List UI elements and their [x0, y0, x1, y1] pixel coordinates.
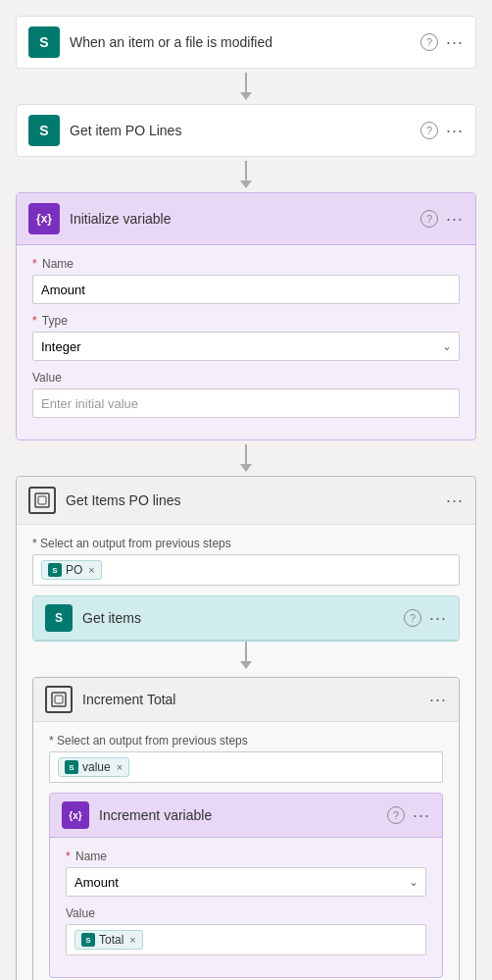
svg-rect-2 — [52, 693, 66, 706]
inner-group-tag-input[interactable]: S value × — [49, 751, 443, 783]
arrow-line-1 — [245, 73, 247, 92]
arrow-1 — [240, 69, 252, 104]
group1-icon — [28, 487, 56, 514]
name-row: * Name — [32, 257, 460, 304]
group1-tag-icon: S — [48, 563, 62, 577]
value-label: Value — [32, 371, 460, 385]
group1-body: * Select an output from previous steps S… — [17, 525, 475, 980]
svg-rect-3 — [55, 696, 63, 703]
inner-step-get-items: S Get items ? ··· — [32, 595, 460, 642]
value-row: Value Enter initial value — [32, 371, 460, 418]
inner-group-select-label: * Select an output from previous steps — [49, 734, 443, 748]
group1-header: Get Items PO lines ··· — [17, 477, 475, 525]
step2-icon: S — [28, 115, 60, 146]
step-initialize-variable: {x} Initialize variable ? ··· * Name * — [16, 192, 476, 440]
inner-name-label: * Name — [66, 850, 426, 863]
inner-group-value-tag: S value × — [58, 757, 129, 777]
group1-po-tag: S PO × — [41, 560, 102, 580]
inner-value-tag-icon: S — [81, 933, 95, 947]
inner-value-row: Value S Total × — [66, 906, 426, 955]
inner-step-help-icon[interactable]: ? — [404, 609, 421, 627]
inner-group-more-icon[interactable]: ··· — [429, 690, 447, 710]
inner-purple-more-icon[interactable]: ··· — [413, 805, 430, 826]
step2-help-icon[interactable]: ? — [420, 122, 438, 139]
inner-name-select-wrapper: Amount ⌄ — [66, 867, 426, 897]
inner-value-tag-input[interactable]: S Total × — [66, 924, 426, 955]
step2-title: Get item PO Lines — [70, 123, 411, 138]
inner-purple-form: * Name Amount ⌄ — [50, 838, 442, 977]
inner-value-label: Value — [66, 906, 426, 920]
inner-step-increment-var: {x} Increment variable ? ··· — [49, 793, 443, 978]
inner-step-header: S Get items ? ··· — [33, 596, 459, 641]
arrow-2 — [240, 157, 252, 192]
arrow-line-2 — [245, 161, 247, 181]
step1-help-icon[interactable]: ? — [420, 33, 438, 51]
arrow-inner-line-1 — [245, 642, 247, 661]
group1-select-row: * Select an output from previous steps S… — [32, 537, 460, 586]
inner-value-tag-close-icon[interactable]: × — [129, 934, 135, 946]
inner-purple-header: {x} Increment variable ? ··· — [50, 794, 442, 838]
type-label: * Type — [32, 314, 460, 328]
step3-icon: {x} — [28, 203, 60, 234]
step-get-item-po: S Get item PO Lines ? ··· — [16, 104, 476, 157]
type-select[interactable]: Integer — [32, 332, 460, 361]
arrow-head-3 — [240, 464, 252, 472]
inner-group-body: * Select an output from previous steps S… — [33, 722, 459, 980]
step-when-modified: S When an item or a file is modified ? ·… — [16, 16, 476, 69]
inner-step-actions: ? ··· — [404, 608, 447, 629]
step2-more-icon[interactable]: ··· — [446, 121, 464, 141]
step3-help-icon[interactable]: ? — [420, 210, 438, 228]
inner-group-header: Increment Total ··· — [33, 678, 459, 722]
step1-icon: S — [28, 26, 60, 58]
step3-more-icon[interactable]: ··· — [446, 209, 464, 230]
inner-purple-help-icon[interactable]: ? — [387, 806, 405, 824]
name-label: * Name — [32, 257, 460, 271]
inner-group-select-row: * Select an output from previous steps S… — [49, 734, 443, 783]
inner-step-icon: S — [45, 604, 73, 632]
group1-more-icon[interactable]: ··· — [446, 490, 464, 511]
inner-group-tag-close-icon[interactable]: × — [117, 761, 123, 773]
inner-value-total-tag: S Total × — [74, 930, 143, 950]
step1-actions: ? ··· — [420, 32, 464, 53]
arrow-inner-1 — [32, 642, 460, 669]
group1-tag-input[interactable]: S PO × — [32, 554, 460, 586]
arrow-3 — [240, 440, 252, 476]
step2-actions: ? ··· — [420, 121, 464, 141]
group1-select-label: * Select an output from previous steps — [32, 537, 460, 550]
step3-title: Initialize variable — [70, 211, 411, 227]
value-input[interactable]: Enter initial value — [32, 388, 460, 418]
inner-name-row: * Name Amount ⌄ — [66, 850, 426, 897]
inner-purple-icon: {x} — [62, 801, 89, 829]
step1-more-icon[interactable]: ··· — [446, 32, 464, 53]
flow-container: S When an item or a file is modified ? ·… — [0, 0, 492, 980]
inner-purple-actions: ? ··· — [387, 805, 430, 826]
group-increment-total: Increment Total ··· * Select an output f… — [32, 677, 460, 980]
inner-group-tag-icon: S — [65, 760, 78, 774]
inner-purple-title: Increment variable — [99, 807, 377, 823]
type-row: * Type Integer ⌄ — [32, 314, 460, 361]
inner-step-title: Get items — [82, 610, 394, 626]
inner-group-title: Increment Total — [82, 692, 419, 707]
name-input[interactable] — [32, 275, 460, 304]
group1-title: Get Items PO lines — [66, 492, 436, 508]
inner-group-icon — [45, 686, 73, 713]
group-get-items-po: Get Items PO lines ··· * Select an outpu… — [16, 476, 476, 980]
inner-name-select[interactable]: Amount — [66, 867, 426, 897]
group1-tag-close-icon[interactable]: × — [88, 564, 94, 576]
type-select-wrapper: Integer ⌄ — [32, 332, 460, 361]
inner-step-more-icon[interactable]: ··· — [429, 608, 447, 629]
arrow-head-2 — [240, 181, 252, 188]
arrow-head-1 — [240, 92, 252, 100]
svg-rect-1 — [38, 496, 46, 504]
step3-form: * Name * Type Integer ⌄ V — [17, 245, 475, 439]
arrow-inner-head-1 — [240, 661, 252, 669]
arrow-line-3 — [245, 444, 247, 464]
step1-title: When an item or a file is modified — [70, 34, 411, 50]
step3-actions: ? ··· — [420, 209, 464, 230]
svg-rect-0 — [35, 493, 49, 507]
